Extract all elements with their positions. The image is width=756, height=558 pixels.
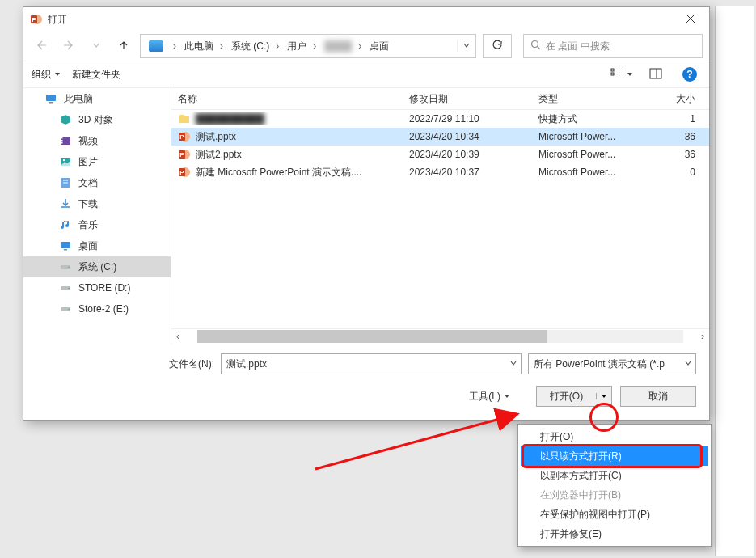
open-button-label: 打开(O)	[537, 390, 596, 404]
file-date: 2022/7/29 11:10	[409, 113, 538, 125]
search-input[interactable]: 在 桌面 中搜索	[523, 34, 703, 58]
3d-icon	[59, 113, 72, 126]
close-button[interactable]	[672, 7, 709, 32]
open-mode-option-5[interactable]: 打开并修复(E)	[521, 524, 708, 543]
chevron-right-icon[interactable]: ›	[310, 40, 319, 52]
breadcrumb-drive[interactable]: 系统 (C:)	[226, 40, 272, 53]
file-name: 测试2.pptx	[196, 148, 242, 162]
open-mode-menu: 打开(O)以只读方式打开(R)以副本方式打开(C)在浏览器中打开(B)在受保护的…	[517, 424, 712, 547]
arrow-right-icon	[62, 39, 75, 54]
horizontal-scrollbar[interactable]: ‹ ›	[171, 328, 709, 344]
sidebar-item-desktop-7[interactable]: 桌面	[23, 235, 171, 256]
desktop-icon	[59, 239, 72, 252]
scrollbar-track[interactable]	[197, 330, 683, 343]
sidebar-item-label: 视频	[78, 134, 98, 148]
sidebar-item-pc-0[interactable]: 此电脑	[23, 88, 171, 109]
forward-button[interactable]	[57, 35, 80, 57]
address-dropdown[interactable]	[457, 40, 475, 52]
preview-pane-button[interactable]	[644, 65, 667, 84]
tools-menu[interactable]: 工具(L)	[469, 390, 510, 404]
sidebar-item-picture-3[interactable]: 图片	[23, 151, 171, 172]
chevron-right-icon[interactable]: ›	[170, 40, 179, 52]
file-type: 快捷方式	[538, 112, 652, 126]
filename-input[interactable]: 测试.pptx	[221, 353, 522, 374]
svg-rect-25	[64, 249, 67, 251]
sidebar-item-download-5[interactable]: 下载	[23, 193, 171, 214]
svg-text:P: P	[32, 16, 36, 23]
powerpoint-icon: P	[30, 13, 43, 26]
sidebar-item-label: 下载	[78, 197, 98, 211]
sidebar-item-video-2[interactable]: 视频	[23, 130, 171, 151]
sidebar-item-drive-10[interactable]: Store-2 (E:)	[23, 298, 171, 319]
drive-icon	[59, 281, 72, 294]
chevron-right-icon[interactable]: ›	[272, 40, 282, 52]
sidebar-item-music-6[interactable]: 音乐	[23, 214, 171, 235]
svg-line-43	[315, 414, 517, 469]
scroll-right-icon[interactable]: ›	[696, 330, 709, 343]
scrollbar-thumb[interactable]	[197, 330, 547, 343]
file-row[interactable]: P测试2.pptx2023/4/20 10:39Microsoft Power.…	[171, 146, 709, 163]
help-button[interactable]: ?	[678, 65, 701, 84]
new-folder-button[interactable]: 新建文件夹	[72, 68, 120, 82]
filter-value: 所有 PowerPoint 演示文稿 (*.p	[529, 357, 681, 371]
file-type: Microsoft Power...	[538, 149, 652, 160]
open-mode-option-1[interactable]: 以只读方式打开(R)	[521, 446, 708, 466]
svg-text:P: P	[179, 133, 184, 141]
drive-icon	[149, 40, 163, 52]
col-header-name[interactable]: 名称	[171, 92, 409, 106]
open-mode-option-0[interactable]: 打开(O)	[521, 427, 708, 446]
column-headers: 名称 修改日期 类型 大小	[171, 88, 709, 110]
col-header-type[interactable]: 类型	[538, 92, 652, 106]
open-button-dropdown[interactable]	[596, 393, 611, 399]
svg-line-6	[538, 47, 541, 50]
scroll-left-icon[interactable]: ‹	[171, 330, 184, 343]
sidebar-item-doc-4[interactable]: 文档	[23, 172, 171, 193]
breadcrumb-thispc[interactable]: 此电脑	[179, 40, 217, 53]
breadcrumb-users[interactable]: 用户	[282, 40, 310, 53]
doc-icon	[59, 176, 72, 189]
col-header-date[interactable]: 修改日期	[409, 92, 538, 106]
pptx-icon: P	[178, 166, 191, 179]
breadcrumb-root[interactable]	[144, 40, 170, 52]
sidebar-item-drive-9[interactable]: STORE (D:)	[23, 277, 171, 298]
sidebar-item-label: STORE (D:)	[78, 282, 130, 294]
chevron-right-icon[interactable]: ›	[217, 40, 226, 52]
arrow-left-icon	[35, 39, 48, 54]
file-row[interactable]: P测试.pptx2023/4/20 10:34Microsoft Power..…	[171, 128, 709, 146]
sidebar-item-drive-8[interactable]: 系统 (C:)	[23, 256, 171, 277]
file-type-filter[interactable]: 所有 PowerPoint 演示文稿 (*.p	[528, 353, 696, 374]
chevron-down-icon[interactable]	[506, 358, 521, 370]
chevron-right-icon[interactable]: ›	[355, 40, 365, 52]
sidebar-item-3d-1[interactable]: 3D 对象	[23, 109, 171, 130]
breadcrumb-desktop[interactable]: 桌面	[365, 40, 392, 53]
svg-text:P: P	[179, 151, 184, 159]
file-name: ██████████	[196, 113, 264, 125]
up-button[interactable]	[112, 35, 135, 57]
file-name: 测试.pptx	[196, 130, 236, 144]
organize-menu[interactable]: 组织	[32, 68, 61, 82]
arrow-up-icon	[117, 39, 130, 54]
file-row[interactable]: P新建 Microsoft PowerPoint 演示文稿....2023/4/…	[171, 163, 709, 181]
breadcrumb-user-redacted[interactable]: ████	[319, 40, 355, 52]
open-mode-option-3: 在浏览器中打开(B)	[521, 485, 708, 505]
open-mode-option-4[interactable]: 在受保护的视图中打开(P)	[521, 505, 708, 524]
back-button[interactable]	[30, 35, 53, 57]
file-list-area: 名称 修改日期 类型 大小 ██████████2022/7/29 11:10快…	[171, 88, 709, 344]
chevron-down-icon[interactable]	[681, 358, 695, 370]
file-size: 0	[652, 167, 700, 178]
music-icon	[59, 218, 72, 231]
recent-dropdown[interactable]	[85, 35, 108, 57]
col-header-size[interactable]: 大小	[652, 92, 700, 106]
open-split-button[interactable]: 打开(O)	[536, 386, 612, 407]
sidebar-item-label: 图片	[78, 155, 98, 169]
file-date: 2023/4/20 10:37	[409, 167, 538, 178]
refresh-button[interactable]	[483, 34, 512, 58]
view-layout-button[interactable]	[610, 65, 633, 84]
cancel-button[interactable]: 取消	[620, 386, 696, 407]
file-size: 36	[652, 131, 700, 142]
open-mode-option-2[interactable]: 以副本方式打开(C)	[521, 466, 708, 485]
file-row[interactable]: ██████████2022/7/29 11:10快捷方式1	[171, 110, 709, 128]
file-size: 1	[652, 113, 700, 125]
address-bar[interactable]: › 此电脑 › 系统 (C:) › 用户 › ████ › 桌面	[140, 34, 476, 58]
svg-point-27	[68, 267, 70, 268]
